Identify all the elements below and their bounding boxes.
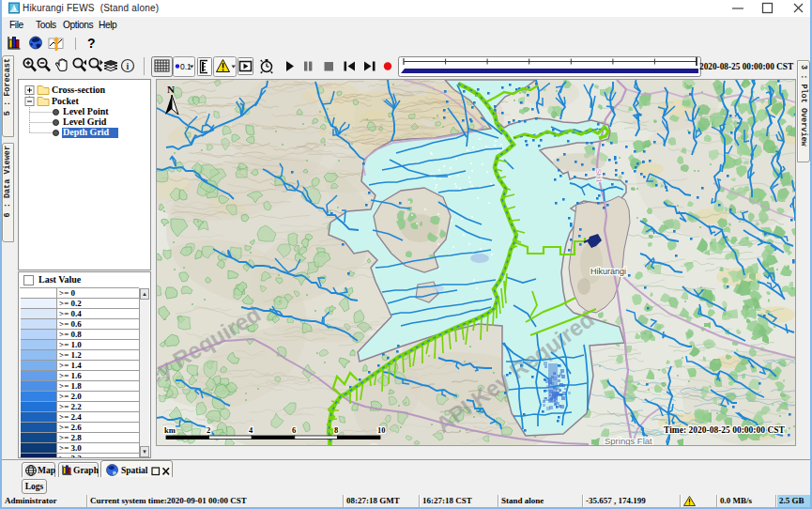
svg-text:Hikurangi: Hikurangi: [590, 267, 626, 276]
svg-text:Time: 2020-08-25 00:00:00 CST: Time: 2020-08-25 00:00:00 CST: [664, 425, 786, 435]
svg-text:SH1: SH1: [594, 169, 604, 183]
svg-text:i: i: [127, 61, 130, 71]
svg-text:6: 6: [292, 425, 296, 435]
svg-text:N: N: [167, 84, 175, 95]
svg-text:km: km: [164, 425, 176, 435]
svg-text:8: 8: [334, 425, 338, 435]
svg-text:0.1: 0.1: [180, 62, 192, 71]
svg-text:Springs Flat: Springs Flat: [605, 436, 652, 445]
svg-text:2: 2: [207, 425, 210, 435]
svg-text:2020-08-25 00:00:00 CST: 2020-08-25 00:00:00 CST: [699, 62, 794, 71]
svg-text:10: 10: [377, 425, 386, 435]
